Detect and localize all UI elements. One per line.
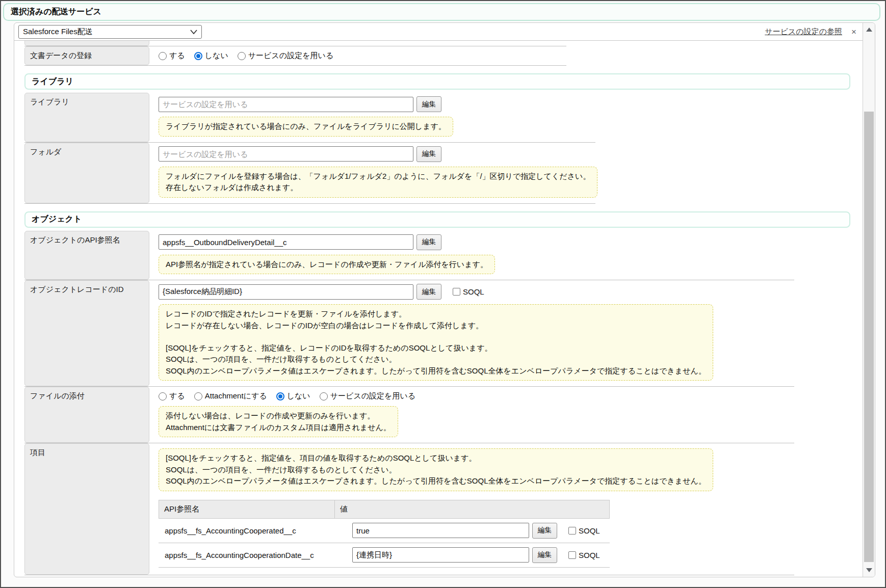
library-note: ライブラリが指定されている場合にのみ、ファイルをライブラリに公開します。 [159,117,453,137]
fields-table-header: API参照名 値 [159,500,610,519]
field-api-name: appsfs__fs_AccountingCooperationDate__c [159,551,352,559]
edit-button[interactable]: 編集 [532,523,557,539]
service-select[interactable]: Salesforce Files配送 [18,25,202,39]
note-line: SOQLは、一つの項目を、一件だけ取得するものとしてください。 [166,354,706,365]
field-value-input[interactable] [352,547,529,563]
folder-input[interactable] [159,146,413,162]
library-input[interactable] [159,97,413,112]
page-title-bar: 選択済みの配送サービス [3,3,880,21]
close-icon[interactable]: × [851,28,856,36]
radio-option[interactable]: する [159,391,185,401]
section-header-library: ライブラリ [24,73,850,90]
folder-note: フォルダにファイルを登録する場合は、「フォルダ1/フォルダ2」のように、フォルダ… [159,167,597,198]
row-label: 文書データの登録 [24,46,149,65]
row-label: フォルダ [24,143,149,203]
file-attach-note: 添付しない場合は、レコードの作成や更新のみを行います。 Attachmentには… [159,406,398,437]
section-title: ライブラリ [32,76,73,87]
doc-registration-radio-group: する しない サービスの設定を用いる [159,46,566,65]
note-line: Attachmentには文書ファイルのカスタム項目は適用されません。 [166,422,391,434]
app-window: 選択済みの配送サービス Salesforce Files配送 サービスの設定の参… [0,0,886,588]
radio-label: サービスの設定を用いる [248,51,333,61]
field-api-name: appsfs__fs_AccountingCooperated__c [159,526,352,535]
scroll-up-button[interactable] [863,23,875,36]
row-label: オブジェクトレコードのID [24,280,149,386]
object-record-id-note: レコードのIDで指定されたレコードを更新・ファイルを添付します。 レコードが存在… [159,304,713,381]
radio-icon[interactable] [159,52,167,60]
object-api-note: API参照名が指定されている場合にのみ、レコードの作成や更新・ファイル添付を行い… [159,255,495,275]
radio-option[interactable]: しない [194,51,228,61]
soql-checkbox-label: SOQL [579,551,600,559]
soql-checkbox[interactable] [568,527,576,534]
note-line: SOQL内のエンベロープパラメータ値はエスケープされます。したがって引用符を含む… [166,365,706,377]
radio-icon[interactable] [194,52,202,60]
row-file-attach: ファイルの添付 する Attachmentにする [24,387,794,443]
radio-label: しない [205,51,228,61]
row-label: 項目 [24,443,149,575]
note-line: 添付しない場合は、レコードの作成や更新のみを行います。 [166,410,391,422]
row-label: ファイルの添付 [24,387,149,443]
row-folder: フォルダ 編集 フォルダにファイルを登録する場合は、「フォルダ1/フォルダ2」の… [24,143,595,204]
arrow-up-icon [866,28,872,32]
radio-option[interactable]: サービスの設定を用いる [320,391,415,401]
note-line: API参照名が指定されている場合にのみ、レコードの作成や更新・ファイル添付を行い… [166,259,488,271]
radio-icon[interactable] [276,392,284,400]
fields-note: [SOQL]をチェックすると、指定値を、項目の値を取得するためのSOQLとして扱… [159,448,713,491]
note-line: 存在しないフォルダは作成されます。 [166,182,590,194]
row-library: ライブラリ 編集 ライブラリが指定されている場合にのみ、ファイルをライブラリに公… [24,93,595,143]
table-row: appsfs__fs_AccountingCooperationDate__c … [159,543,610,568]
chevron-down-icon [190,30,197,34]
fields-table-header-api: API参照名 [159,500,335,518]
note-line: SOQLは、一つの項目を、一件だけ取得するものとしてください。 [166,464,706,476]
arrow-down-icon [866,568,872,572]
edit-button[interactable]: 編集 [416,284,441,300]
radio-icon[interactable] [320,392,328,400]
radio-option[interactable]: Attachmentにする [194,391,267,401]
vertical-scrollbar[interactable] [863,23,875,577]
row-fields: 項目 [SOQL]をチェックすると、指定値を、項目の値を取得するためのSOQLと… [24,443,794,575]
radio-icon[interactable] [238,52,246,60]
row-label: オブジェクトのAPI参照名 [24,231,149,280]
clipped-row-remnant [24,41,566,46]
note-line: レコードが存在しない場合、レコードのIDが空白の場合はレコードを作成して添付しま… [166,320,706,332]
edit-button[interactable]: 編集 [416,146,441,162]
object-api-name-input[interactable] [159,234,413,250]
section-title: オブジェクト [32,214,82,225]
soql-checkbox[interactable] [568,551,576,559]
soql-checkbox[interactable] [453,288,460,296]
panel-toolbar: Salesforce Files配送 サービスの設定の参照 × [14,23,863,41]
radio-label: する [169,391,185,401]
form-scroll-area: 文書データの登録 する しない [14,41,863,577]
row-doc-registration: 文書データの登録 する しない [24,46,566,66]
radio-icon[interactable] [194,392,202,400]
radio-label: しない [287,391,310,401]
row-label: ライブラリ [24,93,149,142]
radio-icon[interactable] [159,392,167,400]
service-config-panel: Salesforce Files配送 サービスの設定の参照 × 文書データの登録 [14,22,875,577]
field-value-input[interactable] [352,523,529,538]
table-row: appsfs__fs_AccountingCooperated__c 編集 SO… [159,519,610,543]
note-line: ライブラリが指定されている場合にのみ、ファイルをライブラリに公開します。 [166,121,446,132]
scroll-down-button[interactable] [863,564,875,577]
soql-checkbox-label: SOQL [463,287,484,296]
edit-button[interactable]: 編集 [532,547,557,563]
object-record-id-input[interactable] [159,284,413,300]
note-line: [SOQL]をチェックすると、指定値を、項目の値を取得するためのSOQLとして扱… [166,452,706,464]
page-title: 選択済みの配送サービス [11,7,101,17]
soql-checkbox-label: SOQL [579,526,600,535]
radio-option[interactable]: しない [276,391,310,401]
radio-option[interactable]: サービスの設定を用いる [238,51,333,61]
radio-label: サービスの設定を用いる [330,391,415,401]
scrollbar-track[interactable] [863,36,875,564]
radio-label: する [169,51,185,61]
section-header-object: オブジェクト [24,211,850,228]
note-line: フォルダにファイルを登録する場合は、「フォルダ1/フォルダ2」のように、フォルダ… [166,171,590,182]
note-line: [SOQL]をチェックすると、指定値を、レコードのIDを取得するためのSOQLと… [166,342,706,354]
edit-button[interactable]: 編集 [416,234,441,250]
row-object-api-name: オブジェクトのAPI参照名 編集 API参照名が指定されている場合にのみ、レコー… [24,231,794,281]
scrollbar-thumb[interactable] [864,112,874,562]
fields-table-header-value: 値 [335,500,609,518]
radio-option[interactable]: する [159,51,185,61]
edit-button[interactable]: 編集 [416,96,441,112]
service-settings-link[interactable]: サービスの設定の参照 [765,27,842,37]
note-line: レコードのIDで指定されたレコードを更新・ファイルを添付します。 [166,308,706,320]
